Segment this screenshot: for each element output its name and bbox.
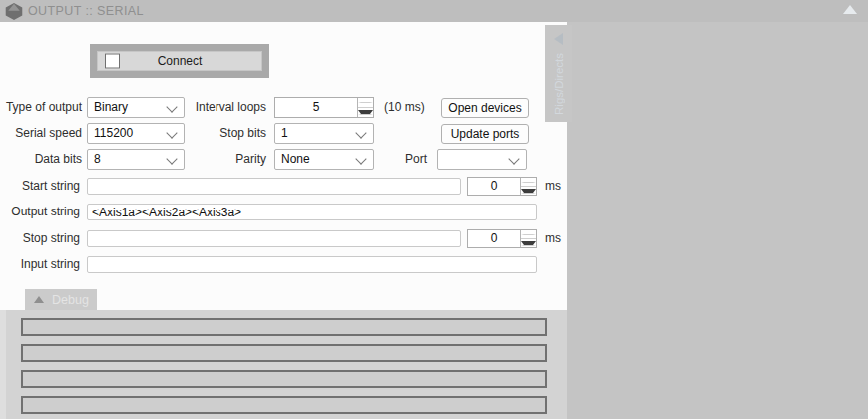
debug-row (21, 396, 547, 414)
stop-delay-stepper[interactable]: 0 (467, 229, 537, 248)
type-of-output-label: Type of output (0, 97, 82, 118)
spin-up-icon[interactable] (521, 178, 536, 187)
spin-down-icon[interactable] (358, 108, 373, 117)
parity-label: Parity (190, 149, 266, 170)
interval-loops-stepper[interactable]: 5 (274, 97, 374, 118)
tab-rigs-directs[interactable]: Rigs/Directs (545, 25, 572, 122)
interval-loops-label: Interval loops (190, 97, 266, 118)
update-ports-button[interactable]: Update ports (441, 124, 529, 144)
start-string-label: Start string (0, 178, 80, 195)
start-delay-value: 0 (468, 178, 520, 195)
debug-row (21, 344, 547, 362)
tab-debug[interactable]: Debug (25, 289, 97, 310)
stop-string-label: Stop string (0, 230, 80, 247)
start-delay-stepper[interactable]: 0 (467, 177, 537, 196)
stop-bits-value: 1 (281, 126, 288, 140)
spin-down-icon[interactable] (521, 187, 536, 195)
parity-value: None (281, 152, 310, 166)
serial-speed-select[interactable]: 115200 (87, 123, 185, 144)
spin-up-icon[interactable] (358, 98, 373, 108)
debug-row (21, 318, 547, 336)
triangle-up-icon (34, 296, 44, 303)
spin-down-icon[interactable] (521, 239, 536, 247)
start-string-input[interactable] (87, 178, 461, 195)
input-string-input[interactable] (87, 256, 537, 273)
interval-unit-label: (10 ms) (384, 97, 434, 118)
output-serial-window: OUTPUT :: SERIAL Rigs/Directs Connect Ty… (0, 0, 868, 419)
stop-string-input[interactable] (87, 230, 461, 247)
hexagon-facet (5, 3, 23, 20)
stop-bits-label: Stop bits (190, 123, 266, 144)
data-bits-value: 8 (94, 152, 101, 166)
debug-left-strip (0, 310, 6, 419)
interval-loops-value: 5 (275, 98, 357, 117)
debug-output-area (0, 310, 567, 419)
start-ms-label: ms (545, 178, 569, 195)
input-string-label: Input string (0, 256, 80, 273)
debug-row (21, 370, 547, 388)
chevron-down-icon (166, 153, 177, 164)
output-string-input[interactable] (87, 204, 537, 220)
stop-ms-label: ms (545, 230, 569, 247)
connect-button[interactable]: Connect (97, 51, 262, 71)
serial-speed-label: Serial speed (0, 123, 82, 144)
output-string-label: Output string (0, 204, 80, 220)
page-title: OUTPUT :: SERIAL (28, 0, 144, 22)
spin-up-icon[interactable] (521, 230, 536, 239)
chevron-down-icon (355, 127, 366, 138)
title-bar: OUTPUT :: SERIAL (0, 0, 868, 22)
open-devices-button[interactable]: Open devices (441, 98, 529, 118)
side-tab-label: Rigs/Directs (553, 53, 565, 115)
data-bits-label: Data bits (0, 149, 82, 170)
connect-frame: Connect (90, 44, 269, 78)
chevron-down-icon (166, 127, 177, 138)
connect-label: Connect (158, 54, 203, 68)
type-of-output-value: Binary (94, 100, 128, 114)
chevron-down-icon (355, 153, 366, 164)
stop-delay-value: 0 (468, 230, 520, 247)
chevron-down-icon (166, 101, 177, 112)
parity-select[interactable]: None (274, 149, 374, 170)
triangle-left-icon (554, 33, 563, 45)
hexagon-icon (5, 3, 23, 20)
connect-checkbox[interactable] (105, 54, 120, 69)
port-select[interactable] (437, 149, 527, 170)
stop-bits-select[interactable]: 1 (274, 123, 374, 144)
type-of-output-select[interactable]: Binary (87, 97, 185, 118)
port-label: Port (384, 149, 427, 170)
debug-tab-label: Debug (52, 293, 89, 307)
serial-speed-value: 115200 (94, 126, 133, 140)
data-bits-select[interactable]: 8 (87, 149, 185, 170)
collapse-panel-icon[interactable] (843, 5, 857, 14)
chevron-down-icon (508, 153, 519, 164)
